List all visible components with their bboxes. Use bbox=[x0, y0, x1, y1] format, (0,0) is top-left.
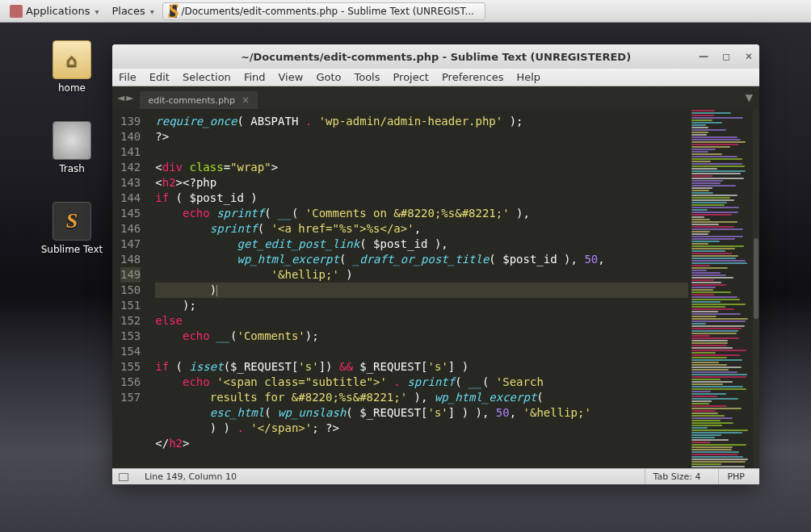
places-menu[interactable]: Places bbox=[107, 3, 158, 19]
vertical-scrollbar[interactable] bbox=[753, 109, 759, 468]
tab-label: edit-comments.php bbox=[148, 95, 235, 106]
applications-icon bbox=[10, 5, 23, 18]
sublime-icon bbox=[53, 202, 91, 241]
tab-close-icon[interactable]: × bbox=[242, 94, 250, 106]
line-number: 143 bbox=[120, 175, 141, 191]
status-syntax[interactable]: PHP bbox=[718, 469, 753, 484]
code-line[interactable]: else bbox=[155, 313, 688, 329]
editor-area: 1391401411421431441451461471481491501511… bbox=[112, 109, 759, 468]
line-number: 147 bbox=[120, 237, 141, 252]
desktop-icon-home[interactable]: home bbox=[36, 40, 108, 94]
code-line[interactable]: esc_html( wp_unslash( $_REQUEST['s'] ) )… bbox=[155, 405, 688, 421]
line-number: 155 bbox=[120, 359, 141, 375]
menu-file[interactable]: File bbox=[119, 71, 137, 83]
chevron-down-icon bbox=[149, 5, 154, 17]
menu-tools[interactable]: Tools bbox=[354, 71, 380, 83]
code-line[interactable]: require_once( ABSPATH . 'wp-admin/admin-… bbox=[155, 114, 688, 129]
code-line[interactable]: </h2> bbox=[155, 436, 688, 451]
code-line[interactable]: <div class="wrap"> bbox=[155, 160, 688, 175]
panel-switcher-icon[interactable] bbox=[119, 473, 128, 481]
menu-view[interactable]: View bbox=[279, 71, 304, 83]
desktop-icon-label: Sublime Text bbox=[36, 244, 108, 255]
code-line[interactable]: wp_html_excerpt( _draft_or_post_title( $… bbox=[155, 252, 688, 267]
code-line[interactable]: if ( isset($_REQUEST['s']) && $_REQUEST[… bbox=[155, 359, 688, 375]
line-number-gutter: 1391401411421431441451461471481491501511… bbox=[112, 109, 152, 468]
applications-menu[interactable]: Applications bbox=[5, 3, 103, 19]
code-line[interactable]: get_edit_post_link( $post_id ), bbox=[155, 237, 688, 252]
menu-preferences[interactable]: Preferences bbox=[442, 71, 503, 83]
chevron-down-icon bbox=[93, 5, 99, 17]
status-tab-size[interactable]: Tab Size: 4 bbox=[645, 469, 709, 484]
line-number: 141 bbox=[120, 145, 141, 160]
tabbar: ◄ ► edit-comments.php × ▼ bbox=[112, 86, 759, 109]
titlebar[interactable]: ~/Documents/edit-comments.php - Sublime … bbox=[112, 44, 759, 69]
taskbar-entry-title: /Documents/edit-comments.php - Sublime T… bbox=[181, 6, 473, 17]
tab-history-forward-icon[interactable]: ► bbox=[126, 92, 133, 103]
line-number: 148 bbox=[120, 252, 141, 267]
code-line[interactable]: ) ) . '</span>'; ?> bbox=[155, 421, 688, 436]
code-line[interactable]: echo '<span class="subtitle">' . sprintf… bbox=[155, 375, 688, 390]
code-editor[interactable]: require_once( ABSPATH . 'wp-admin/admin-… bbox=[152, 109, 688, 468]
code-line[interactable]: sprintf( '<a href="%s">%s</a>', bbox=[155, 221, 688, 237]
line-number: 151 bbox=[120, 298, 141, 313]
menu-project[interactable]: Project bbox=[393, 71, 428, 83]
line-number: 144 bbox=[120, 191, 141, 206]
code-line[interactable]: '&hellip;' ) bbox=[155, 267, 688, 283]
code-line[interactable]: echo sprintf( __( 'Comments on &#8220;%s… bbox=[155, 206, 688, 221]
line-number: 139 bbox=[120, 114, 141, 129]
menu-goto[interactable]: Goto bbox=[316, 71, 341, 83]
sublime-icon bbox=[170, 5, 178, 18]
line-number: 149 bbox=[120, 267, 141, 283]
os-taskbar: Applications Places /Documents/edit-comm… bbox=[0, 0, 811, 23]
desktop-icon-trash[interactable]: Trash bbox=[36, 121, 108, 174]
code-line[interactable] bbox=[155, 344, 688, 359]
menubar: File Edit Selection Find View Goto Tools… bbox=[112, 69, 759, 86]
maximize-button[interactable]: ◻ bbox=[721, 51, 732, 62]
desktop: Applications Places /Documents/edit-comm… bbox=[0, 0, 811, 532]
minimize-button[interactable]: — bbox=[698, 51, 709, 62]
window-title: ~/Documents/edit-comments.php - Sublime … bbox=[241, 51, 631, 63]
line-number: 150 bbox=[120, 283, 141, 298]
code-line[interactable]: <h2><?php bbox=[155, 175, 688, 191]
tab-overflow-icon[interactable]: ▼ bbox=[746, 92, 753, 103]
menu-edit[interactable]: Edit bbox=[149, 71, 170, 83]
line-number: 145 bbox=[120, 206, 141, 221]
close-button[interactable]: ✕ bbox=[743, 51, 754, 62]
desktop-icon-sublime[interactable]: Sublime Text bbox=[36, 202, 108, 255]
code-line[interactable]: ?> bbox=[155, 129, 688, 145]
line-number: 156 bbox=[120, 375, 141, 390]
taskbar-entry-sublime[interactable]: /Documents/edit-comments.php - Sublime T… bbox=[162, 2, 485, 20]
line-number: 153 bbox=[120, 329, 141, 344]
status-cursor-position: Line 149, Column 10 bbox=[145, 471, 237, 482]
home-folder-icon bbox=[53, 40, 91, 79]
code-line[interactable] bbox=[155, 145, 688, 160]
tab-history-back-icon[interactable]: ◄ bbox=[117, 92, 124, 103]
code-line[interactable]: if ( $post_id ) bbox=[155, 191, 688, 206]
places-label: Places bbox=[111, 5, 145, 17]
sublime-window: ~/Documents/edit-comments.php - Sublime … bbox=[112, 44, 759, 484]
line-number: 154 bbox=[120, 344, 141, 359]
code-line[interactable]: results for &#8220;%s&#8221;' ), wp_html… bbox=[155, 390, 688, 405]
trash-icon bbox=[53, 121, 91, 160]
applications-label: Applications bbox=[26, 5, 90, 17]
line-number: 146 bbox=[120, 221, 141, 237]
code-line[interactable]: echo __('Comments'); bbox=[155, 329, 688, 344]
statusbar: Line 149, Column 10 Tab Size: 4 PHP bbox=[112, 468, 759, 484]
line-number: 152 bbox=[120, 313, 141, 329]
line-number: 157 bbox=[120, 390, 141, 405]
code-line[interactable]: ) bbox=[155, 283, 688, 298]
line-number: 140 bbox=[120, 129, 141, 145]
code-line[interactable] bbox=[155, 451, 688, 467]
menu-help[interactable]: Help bbox=[516, 71, 540, 83]
desktop-icon-label: Trash bbox=[36, 163, 108, 174]
line-number: 142 bbox=[120, 160, 141, 175]
minimap[interactable] bbox=[688, 109, 753, 468]
tab-edit-comments[interactable]: edit-comments.php × bbox=[140, 91, 258, 109]
menu-find[interactable]: Find bbox=[244, 71, 266, 83]
desktop-icon-label: home bbox=[36, 82, 108, 94]
code-line[interactable]: ); bbox=[155, 298, 688, 313]
scrollbar-thumb[interactable] bbox=[754, 238, 758, 319]
menu-selection[interactable]: Selection bbox=[183, 71, 231, 83]
